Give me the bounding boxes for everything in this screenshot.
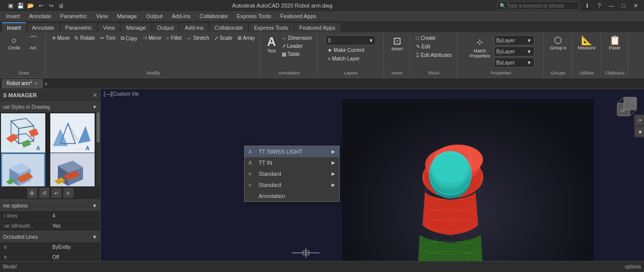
help-btn[interactable]: ? <box>595 1 604 10</box>
undo-btn[interactable]: ↩ <box>36 1 45 10</box>
print-btn[interactable]: 🖨 <box>56 1 65 10</box>
file-tab-robotarm[interactable]: Robot arm* ✕ <box>2 79 43 88</box>
vs-item-1[interactable]: A <box>1 113 45 153</box>
copy-btn[interactable]: ⧉ Copy <box>119 34 139 42</box>
group-btn[interactable]: ⬡ Group e <box>548 34 569 52</box>
add-tab-btn[interactable]: + <box>44 80 48 87</box>
layer-selector[interactable]: 0 ▼ <box>326 35 376 45</box>
panel-header: S MANAGER ✕ <box>0 89 100 101</box>
menu-insert[interactable]: Insert <box>2 12 24 20</box>
dimension-btn[interactable]: ↔ Dimension <box>280 34 314 42</box>
tab-close-btn[interactable]: ✕ <box>34 81 38 86</box>
paste-btn[interactable]: 📋 Paste <box>606 34 624 52</box>
arc-icon: ⌒ <box>29 36 38 45</box>
menu-addins[interactable]: Add-ins <box>168 12 194 20</box>
close-btn[interactable]: ✕ <box>631 1 640 10</box>
tab-addins[interactable]: Add-ins <box>180 23 208 32</box>
right-mini-panel: ⟳ ◉ <box>634 114 644 138</box>
occluded-lines-header[interactable]: Occluded Lines ▼ <box>0 231 100 242</box>
panel-scroll-thumb[interactable] <box>97 112 100 143</box>
make-current-btn[interactable]: ★ Make Current <box>326 46 376 54</box>
table-btn[interactable]: ▦ Table <box>280 50 314 58</box>
vs-item-3[interactable] <box>1 153 45 186</box>
tab-collaborate[interactable]: Collaborate <box>210 23 248 32</box>
circle-btn[interactable]: ○ Circle <box>5 34 23 52</box>
panel-refresh-btn[interactable]: ↺ <box>39 188 49 198</box>
match-properties-btn[interactable]: ⊹ Match Properties <box>468 35 492 60</box>
occluded-lines-label: Occluded Lines <box>3 234 38 240</box>
vs-item-2[interactable]: A <box>50 113 95 153</box>
modify-buttons: ✛ Move ↻ Rotate ✂ Trim ⧉ Copy ⊣ Mirror <box>50 34 257 70</box>
stretch-btn[interactable]: ↔ Stretch <box>185 34 211 42</box>
match-layer-btn[interactable]: ≈ Match Layer <box>326 55 376 62</box>
insert-btn[interactable]: ⊡ Insert <box>388 34 406 53</box>
menu-featured[interactable]: Featured Apps <box>276 12 320 20</box>
mini-btn-1[interactable]: ⟳ <box>635 115 644 125</box>
arc-btn[interactable]: ⌒ Arc <box>24 34 42 52</box>
panel-scrollbar[interactable] <box>96 112 100 186</box>
menu-annotate[interactable]: Annotate <box>25 12 55 20</box>
prop-row-rlines: r lines 4 <box>0 211 100 221</box>
vs-item-4[interactable] <box>50 153 95 186</box>
tab-output[interactable]: Output <box>152 23 179 32</box>
insert-group: ⊡ Insert Insert <box>385 33 410 77</box>
save-btn[interactable]: 💾 <box>16 1 25 10</box>
panel-settings-btn[interactable]: ⚙ <box>27 188 37 198</box>
panel-menu-btn[interactable]: ≡ <box>63 188 73 198</box>
app-menu-btn[interactable]: ▣ <box>6 1 15 10</box>
tab-parametric[interactable]: Parametric <box>60 23 97 32</box>
edit-attributes-btn[interactable]: Ξ Edit Attributes <box>414 51 454 59</box>
dropdown-item-standard-1[interactable]: ≡ Standard ▶ <box>245 168 339 179</box>
open-btn[interactable]: 📂 <box>26 1 35 10</box>
panel-back-btn[interactable]: ↩ <box>51 188 61 198</box>
frame-options-header[interactable]: me options ▼ <box>0 200 100 211</box>
menu-parametric[interactable]: Parametric <box>56 12 91 20</box>
tab-manage[interactable]: Manage <box>121 23 151 32</box>
visual-styles-dropdown-icon[interactable]: ▼ <box>92 104 97 110</box>
move-btn[interactable]: ✛ Move <box>50 34 71 42</box>
rotate-btn[interactable]: ↻ Rotate <box>72 34 97 42</box>
redo-btn[interactable]: ↪ <box>46 1 55 10</box>
info-btn[interactable]: ℹ <box>583 1 592 10</box>
menu-view[interactable]: View <box>92 12 112 20</box>
dropdown-item-swiss-light[interactable]: A TT SWISS LIGHT ▶ <box>245 146 339 157</box>
table-icon: ▦ <box>282 51 286 57</box>
menu-output[interactable]: Output <box>142 12 167 20</box>
measure-btn[interactable]: 📐 Measure <box>576 34 598 52</box>
dropdown-item-standard-2[interactable]: ≡ Standard ▶ <box>245 179 339 190</box>
array-btn[interactable]: ⊞ Array <box>235 34 257 42</box>
prop-value-byentity: ByEntity <box>50 244 100 250</box>
menu-manage[interactable]: Manage <box>113 12 141 20</box>
fillet-btn[interactable]: ⌐ Fillet <box>165 34 184 42</box>
trim-btn[interactable]: ✂ Trim <box>98 34 118 42</box>
mini-btn-2[interactable]: ◉ <box>635 126 644 137</box>
create-block-btn[interactable]: □ Create <box>414 34 454 42</box>
viewport[interactable]: [—][Custom Vie <box>101 89 644 272</box>
maximize-btn[interactable]: □ <box>619 1 628 10</box>
minimize-btn[interactable]: — <box>607 1 616 10</box>
tab-express[interactable]: Express Tools <box>249 23 293 32</box>
scale-btn[interactable]: ⤢ Scale <box>212 34 234 42</box>
edit-block-btn[interactable]: ✎ Edit <box>414 43 454 50</box>
color-selector[interactable]: ByLayer ▼ <box>494 35 534 45</box>
text-btn[interactable]: A Text <box>265 34 279 55</box>
menu-collaborate[interactable]: Collaborate <box>196 12 232 20</box>
tab-insert[interactable]: Insert <box>2 22 26 32</box>
create-block-icon: □ <box>416 35 419 41</box>
clipboard-group-title: Clipboard <box>605 70 625 76</box>
dropdown-item-tt-in[interactable]: A TT IN ▶ <box>245 157 339 168</box>
tab-annotate[interactable]: Annotate <box>27 23 59 32</box>
dropdown-item-annotation[interactable]: Annotation <box>245 190 339 201</box>
layer-property-selector[interactable]: ByLayer ▼ <box>494 46 534 56</box>
status-options[interactable]: options <box>625 264 641 269</box>
model-indicator[interactable]: Model <box>3 264 17 269</box>
tab-view[interactable]: View <box>98 23 120 32</box>
leader-btn[interactable]: ↗ Leader <box>280 42 314 50</box>
linetype-selector[interactable]: ByLayer ▼ <box>494 57 534 67</box>
tab-featured[interactable]: Featured Apps <box>294 23 341 32</box>
mirror-btn[interactable]: ⊣ Mirror <box>140 34 164 42</box>
panel-close-icon[interactable]: ✕ <box>93 92 97 99</box>
search-input[interactable] <box>507 3 577 9</box>
layers-group: 0 ▼ ★ Make Current ≈ Match Layer Layers <box>318 33 384 77</box>
menu-express[interactable]: Express Tools <box>233 12 275 20</box>
